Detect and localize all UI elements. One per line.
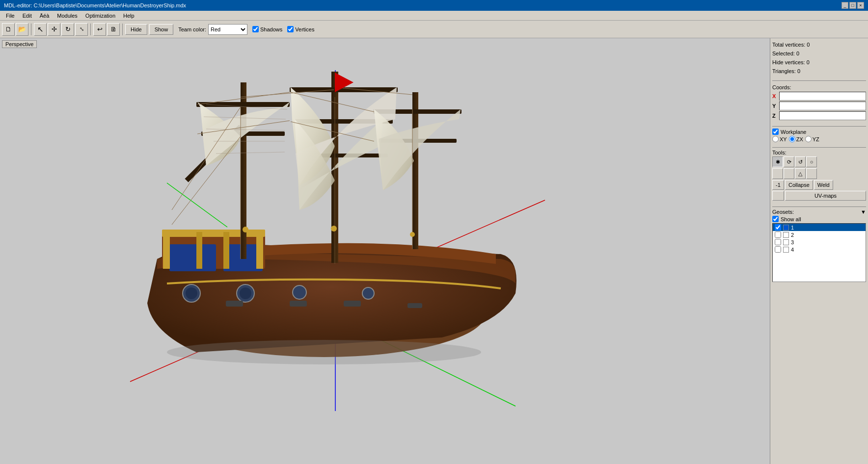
svg-point-15 <box>186 287 197 299</box>
collapse-button[interactable]: Collapse <box>785 180 813 190</box>
vertices-checkbox[interactable] <box>287 26 294 32</box>
coord-y-input[interactable] <box>779 102 866 110</box>
right-panel: Total vertices: 0 Selected: 0 Hide verti… <box>770 38 868 464</box>
selected-value: 0 <box>796 51 799 56</box>
tool-circle[interactable]: ○ <box>806 156 817 167</box>
hide-button[interactable]: Hide <box>125 24 147 35</box>
titlebar-title: MDL-editor: C:\Users\Baptiste\Documents\… <box>4 2 186 8</box>
scale-button[interactable]: ⤡ <box>75 23 88 36</box>
menu-optimization[interactable]: Optimization <box>81 12 119 20</box>
svg-rect-24 <box>241 82 246 259</box>
workplane-checkbox[interactable] <box>772 129 779 135</box>
maximize-button[interactable]: □ <box>849 2 856 9</box>
menu-modules[interactable]: Modules <box>53 12 81 20</box>
selected-label: Selected: <box>772 51 795 56</box>
menu-file[interactable]: File <box>2 12 19 20</box>
triangles-row: Triangles: 0 <box>772 67 866 76</box>
workplane-xy-radio[interactable] <box>772 136 779 142</box>
tool-rotate[interactable]: ⟳ <box>784 156 794 167</box>
viewport[interactable]: Perspective <box>0 38 770 464</box>
svg-point-18 <box>293 285 306 299</box>
geoset-item-4[interactable]: 4 <box>773 246 866 253</box>
coord-z-label: Z <box>772 111 779 120</box>
workplane-label: Workplane <box>781 129 806 135</box>
coord-x-row: X <box>772 92 866 101</box>
shadows-label: Shadows <box>260 26 282 32</box>
workplane-zx-radio[interactable] <box>789 136 795 142</box>
triangles-label: Triangles: <box>772 68 796 74</box>
toolbar-sep2 <box>90 24 91 35</box>
coord-x-label: X <box>772 92 779 101</box>
svg-rect-11 <box>196 232 202 269</box>
tools-grid-row2: △ <box>772 168 866 179</box>
coord-z-input[interactable] <box>779 111 866 120</box>
rotate-button[interactable]: ↻ <box>61 23 74 36</box>
coord-x-input[interactable] <box>779 92 866 101</box>
tool-empty1 <box>772 168 783 179</box>
move-button[interactable]: ✢ <box>48 23 60 36</box>
close-button[interactable]: × <box>857 2 864 9</box>
geosets-list[interactable]: 1 2 3 4 <box>772 223 866 282</box>
geoset-1-color <box>783 225 789 231</box>
geosets-dropdown-icon[interactable]: ▼ <box>861 209 866 215</box>
geoset-item-2[interactable]: 2 <box>773 231 866 238</box>
workplane-checkbox-row: Workplane <box>772 129 866 135</box>
show-button[interactable]: Show <box>149 24 174 35</box>
geoset-1-checkbox[interactable] <box>775 224 781 231</box>
svg-rect-22 <box>344 301 361 307</box>
geoset-4-checkbox[interactable] <box>775 246 781 253</box>
viewport-canvas <box>0 38 770 464</box>
tool-triangle[interactable]: △ <box>795 168 806 179</box>
tool-empty3 <box>806 168 817 179</box>
minimize-button[interactable]: _ <box>841 2 848 9</box>
workplane-yz-option[interactable]: YZ <box>805 136 819 142</box>
workplane-xy-option[interactable]: XY <box>772 136 787 142</box>
workplane-yz-label: YZ <box>813 136 819 142</box>
geoset-item-3[interactable]: 3 <box>773 238 866 246</box>
svg-point-55 <box>410 232 415 237</box>
workplane-yz-radio[interactable] <box>805 136 812 142</box>
redo-button[interactable]: 🗎 <box>107 23 120 36</box>
select-button[interactable]: ↖ <box>34 23 47 36</box>
menu-help[interactable]: Help <box>119 12 138 20</box>
geoset-2-checkbox[interactable] <box>775 232 781 238</box>
open-button[interactable]: 📂 <box>16 23 28 36</box>
total-vertices-value: 0 <box>807 42 810 48</box>
menu-aea[interactable]: Äéà <box>36 12 54 20</box>
tool-undo2[interactable]: ↺ <box>795 156 806 167</box>
geoset-item-1[interactable]: 1 <box>773 224 866 231</box>
coords-section: Coords: X Y Z <box>772 83 866 121</box>
svg-point-53 <box>243 227 248 232</box>
coord-z-row: Z <box>772 111 866 120</box>
hide-vertices-row: Hide vertices: 0 <box>772 58 866 67</box>
new-button[interactable]: 🗋 <box>2 23 15 36</box>
team-color-select[interactable]: Red Blue Teal <box>208 24 247 35</box>
geoset-4-label: 4 <box>791 247 794 253</box>
svg-rect-13 <box>256 232 263 269</box>
svg-point-19 <box>362 287 374 299</box>
stats-section: Total vertices: 0 Selected: 0 Hide verti… <box>772 40 866 76</box>
toolbar-sep3 <box>122 24 123 35</box>
titlebar: MDL-editor: C:\Users\Baptiste\Documents\… <box>0 0 868 11</box>
divider3 <box>772 147 866 148</box>
show-all-checkbox[interactable] <box>772 216 779 222</box>
show-all-row: Show all <box>772 216 866 222</box>
geosets-header: Geosets: ▼ <box>772 209 866 215</box>
uv-maps-button[interactable]: UV-maps <box>785 191 866 201</box>
uv-maps-row: UV-maps <box>772 191 866 201</box>
coord-y-label: Y <box>772 102 779 110</box>
geoset-3-checkbox[interactable] <box>775 239 781 245</box>
menu-edit[interactable]: Edit <box>19 12 36 20</box>
tool-select[interactable]: ✱ <box>772 156 783 167</box>
geoset-1-label: 1 <box>791 225 794 231</box>
geosets-section: Geosets: ▼ Show all 1 2 <box>772 209 866 462</box>
svg-rect-21 <box>290 301 307 307</box>
weld-button[interactable]: Weld <box>814 180 833 190</box>
workplane-zx-option[interactable]: ZX <box>789 136 803 142</box>
coord-y-row: Y <box>772 102 866 110</box>
main-area: Perspective <box>0 38 868 464</box>
vertices-checkbox-group: Vertices <box>287 26 314 32</box>
shadows-checkbox[interactable] <box>252 26 259 32</box>
tools-grid-row1: ✱ ⟳ ↺ ○ <box>772 156 866 167</box>
undo-button[interactable]: ↩ <box>93 23 106 36</box>
